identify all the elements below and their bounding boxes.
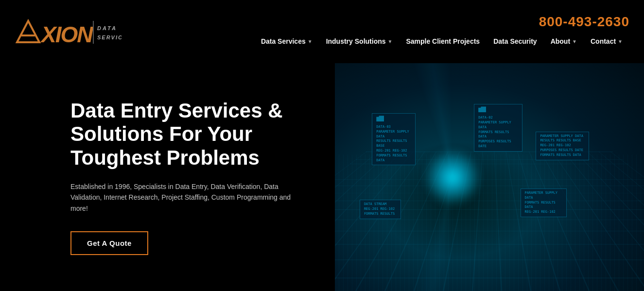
nav-sample-client-projects[interactable]: Sample Client Projects	[399, 34, 487, 49]
cyber-background: DATA-03 PARAMETER SUPPLY DATA RESULTS RE…	[335, 63, 644, 291]
svg-marker-0	[17, 21, 39, 42]
nav-contact[interactable]: Contact ▼	[584, 34, 629, 49]
chevron-down-icon: ▼	[618, 39, 623, 44]
get-a-quote-button[interactable]: Get A Quote	[70, 231, 148, 255]
main-nav: Data Services ▼ Industry Solutions ▼ Sam…	[254, 34, 629, 49]
svg-text:DATA: DATA	[97, 25, 117, 31]
phone-number[interactable]: 800-493-2630	[539, 14, 629, 30]
cyber-glow	[423, 148, 482, 206]
chevron-down-icon: ▼	[388, 39, 393, 44]
data-card-2: DATA-02 PARAMETER SUPPLY DATA FORMATS RE…	[474, 104, 522, 151]
data-card-5: DATA STREAM REG-201 REG-102 FORMATS RESU…	[360, 200, 401, 219]
nav-industry-solutions[interactable]: Industry Solutions ▼	[319, 34, 400, 49]
folder-icon	[376, 116, 384, 121]
folder-icon	[478, 106, 486, 112]
svg-text:XION: XION	[40, 22, 93, 46]
nav-about[interactable]: About ▼	[544, 34, 584, 49]
data-card-3: PARAMETER SUPPLY DATA RESULTS RESULTS BA…	[536, 132, 589, 160]
logo-axion: XION DATA SERVICES	[15, 17, 122, 46]
chevron-down-icon: ▼	[308, 39, 313, 44]
header: XION DATA SERVICES 800-493-2630 Data Ser…	[0, 0, 644, 63]
header-right: 800-493-2630 Data Services ▼ Industry So…	[254, 14, 629, 49]
logo-area: XION DATA SERVICES	[15, 17, 122, 46]
hero-subtitle: Established in 1996, Specialists in Data…	[70, 181, 304, 214]
hero-left: Data Entry Services & Solutions For Your…	[0, 63, 335, 291]
hero-section: Data Entry Services & Solutions For Your…	[0, 63, 644, 291]
nav-data-security[interactable]: Data Security	[487, 34, 543, 49]
cyber-rays	[335, 63, 644, 291]
nav-data-services[interactable]: Data Services ▼	[254, 34, 319, 49]
hero-right: DATA-03 PARAMETER SUPPLY DATA RESULTS RE…	[335, 63, 644, 291]
logo-svg: XION DATA SERVICES	[15, 17, 122, 46]
hero-title: Data Entry Services & Solutions For Your…	[70, 99, 306, 170]
data-card-4: PARAMETER SUPPLY DATA FORMATS RESULTS DA…	[521, 188, 567, 217]
chevron-down-icon: ▼	[572, 39, 577, 44]
svg-text:SERVICES: SERVICES	[97, 34, 122, 40]
data-card-1: DATA-03 PARAMETER SUPPLY DATA RESULTS RE…	[372, 113, 416, 165]
